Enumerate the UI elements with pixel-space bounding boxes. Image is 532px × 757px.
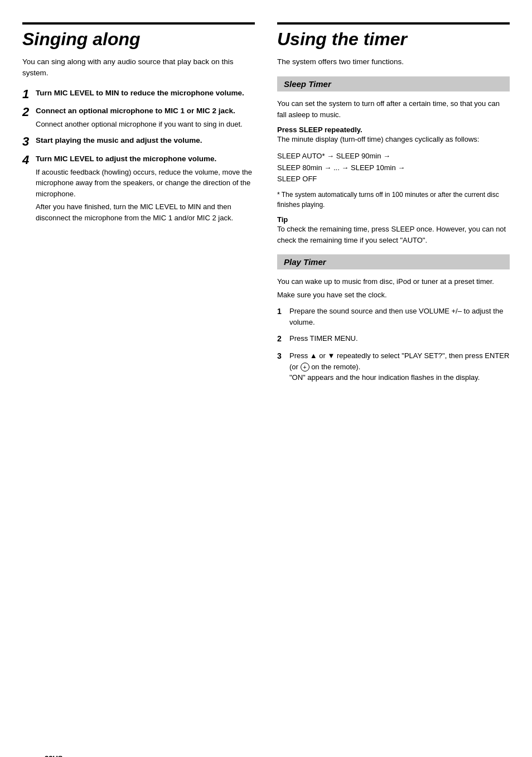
left-column: Singing along You can sing along with an… — [22, 22, 255, 389]
step-3-number: 3 — [22, 136, 32, 148]
play-timer-intro1: You can wake up to music from disc, iPod… — [277, 276, 510, 287]
step-1-title: Turn MIC LEVEL to MIN to reduce the micr… — [36, 88, 255, 99]
sleep-timer-body: You can set the system to turn off after… — [277, 98, 510, 120]
step-4: 4 Turn MIC LEVEL to adjust the microphon… — [22, 154, 255, 223]
tip-label: Tip — [277, 215, 510, 224]
using-timer-intro: The system offers two timer functions. — [277, 56, 510, 67]
sleep-seq-line1: SLEEP AUTO* → SLEEP 90min → — [277, 151, 510, 162]
sleep-timer-header: Sleep Timer — [277, 76, 510, 91]
circle-plus-icon: + — [301, 363, 309, 372]
play-step-2-num: 2 — [277, 333, 286, 345]
step-4-content: Turn MIC LEVEL to adjust the microphone … — [36, 154, 255, 223]
play-step-3: 3 Press ▲ or ▼ repeatedly to select "PLA… — [277, 350, 510, 383]
play-step-1-num: 1 — [277, 306, 286, 317]
step-3: 3 Start playing the music and adjust the… — [22, 136, 255, 148]
step-2-content: Connect an optional microphone to MIC 1 … — [36, 106, 255, 129]
play-timer-intro2: Make sure you have set the clock. — [277, 290, 510, 301]
page-layout: Singing along You can sing along with an… — [22, 22, 510, 389]
play-step-3-text-part2: on the remote). — [311, 363, 360, 371]
step-4-title: Turn MIC LEVEL to adjust the microphone … — [36, 154, 255, 165]
play-step-3-content: Press ▲ or ▼ repeatedly to select "PLAY … — [289, 350, 510, 383]
step-2: 2 Connect an optional microphone to MIC … — [22, 106, 255, 129]
right-column: Using the timer The system offers two ti… — [277, 22, 510, 389]
sleep-seq-line3: SLEEP OFF — [277, 173, 510, 185]
step-3-content: Start playing the music and adjust the v… — [36, 136, 255, 148]
singing-along-intro: You can sing along with any audio source… — [22, 56, 255, 79]
tip-body: To check the remaining time, press SLEEP… — [277, 224, 510, 245]
play-step-2: 2 Press TIMER MENU. — [277, 333, 510, 345]
sleep-footnote: * The system automatically turns off in … — [277, 190, 510, 210]
play-timer-header: Play Timer — [277, 254, 510, 269]
step-2-body: Connect another optional microphone if y… — [36, 119, 255, 130]
step-4-body1: If acoustic feedback (howling) occurs, r… — [36, 167, 255, 200]
step-2-number: 2 — [22, 106, 32, 118]
page-number: 32US — [45, 754, 63, 757]
press-sleep-body: The minute display (turn-off time) chang… — [277, 134, 510, 145]
press-sleep-label: Press SLEEP repeatedly. — [277, 126, 510, 134]
play-step-2-text: Press TIMER MENU. — [289, 333, 358, 344]
step-1-content: Turn MIC LEVEL to MIN to reduce the micr… — [36, 88, 255, 101]
sleep-sequence: SLEEP AUTO* → SLEEP 90min → SLEEP 80min … — [277, 151, 510, 185]
step-2-title: Connect an optional microphone to MIC 1 … — [36, 106, 255, 117]
play-step-3-text-part3: "ON" appears and the hour indication fla… — [289, 373, 480, 382]
sleep-seq-line2: SLEEP 80min → ... → SLEEP 10min → — [277, 162, 510, 174]
play-step-1: 1 Prepare the sound source and then use … — [277, 306, 510, 327]
step-1-number: 1 — [22, 88, 32, 100]
play-step-3-num: 3 — [277, 350, 286, 362]
tip-section: Tip To check the remaining time, press S… — [277, 215, 510, 245]
step-4-number: 4 — [22, 154, 32, 166]
step-1: 1 Turn MIC LEVEL to MIN to reduce the mi… — [22, 88, 255, 101]
step-3-title: Start playing the music and adjust the v… — [36, 136, 255, 146]
step-4-body2: After you have finished, turn the MIC LE… — [36, 201, 255, 223]
using-timer-title: Using the timer — [277, 22, 510, 50]
singing-along-title: Singing along — [22, 22, 255, 50]
play-step-1-text: Prepare the sound source and then use VO… — [289, 306, 510, 327]
